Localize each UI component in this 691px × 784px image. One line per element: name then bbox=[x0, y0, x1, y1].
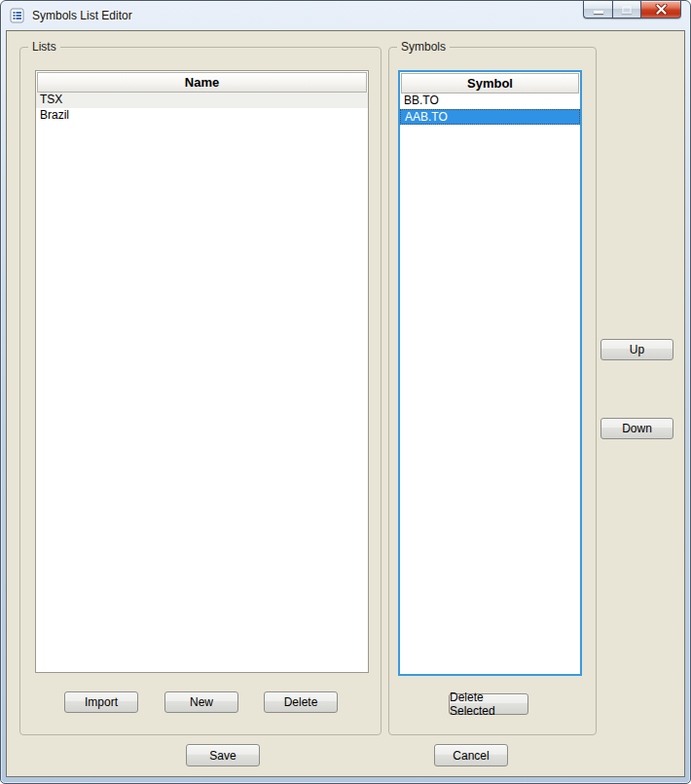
lists-groupbox: Lists Name TSX Brazil Import New Delete bbox=[19, 47, 382, 735]
minimize-icon bbox=[594, 11, 603, 14]
minimize-button[interactable] bbox=[583, 1, 612, 19]
delete-selected-button[interactable]: Delete Selected bbox=[449, 693, 528, 715]
delete-button[interactable]: Delete bbox=[264, 691, 338, 713]
symbols-table-header[interactable]: Symbol bbox=[401, 73, 579, 93]
list-row-brazil[interactable]: Brazil bbox=[36, 108, 368, 124]
window-controls bbox=[583, 1, 681, 19]
symbols-table[interactable]: Symbol BB.TO AAB.TO bbox=[398, 70, 582, 676]
symbols-groupbox: Symbols Symbol BB.TO AAB.TO Delete Selec… bbox=[388, 47, 597, 735]
symbol-row-aabto[interactable]: AAB.TO bbox=[400, 109, 580, 125]
lists-table[interactable]: Name TSX Brazil bbox=[35, 70, 369, 673]
cancel-button[interactable]: Cancel bbox=[434, 744, 508, 766]
app-list-icon bbox=[10, 8, 25, 23]
save-button[interactable]: Save bbox=[186, 744, 260, 766]
lists-group-label: Lists bbox=[28, 40, 60, 55]
maximize-button[interactable] bbox=[612, 1, 640, 19]
list-row-tsx[interactable]: TSX bbox=[36, 93, 368, 108]
symbols-group-label: Symbols bbox=[397, 40, 450, 55]
down-button[interactable]: Down bbox=[600, 418, 673, 439]
symbol-row-bbto[interactable]: BB.TO bbox=[400, 93, 580, 109]
window-title: Symbols List Editor bbox=[32, 9, 132, 22]
symbols-list-editor-window: Symbols List Editor Lists Name TSX Brazi… bbox=[0, 0, 691, 784]
import-button[interactable]: Import bbox=[64, 691, 138, 713]
maximize-icon bbox=[622, 6, 632, 14]
new-button[interactable]: New bbox=[164, 691, 238, 713]
lists-table-header[interactable]: Name bbox=[37, 72, 367, 93]
dialog-body: Lists Name TSX Brazil Import New Delete … bbox=[6, 30, 685, 777]
close-button[interactable] bbox=[640, 1, 681, 19]
close-icon bbox=[655, 4, 668, 15]
up-button[interactable]: Up bbox=[600, 339, 673, 360]
